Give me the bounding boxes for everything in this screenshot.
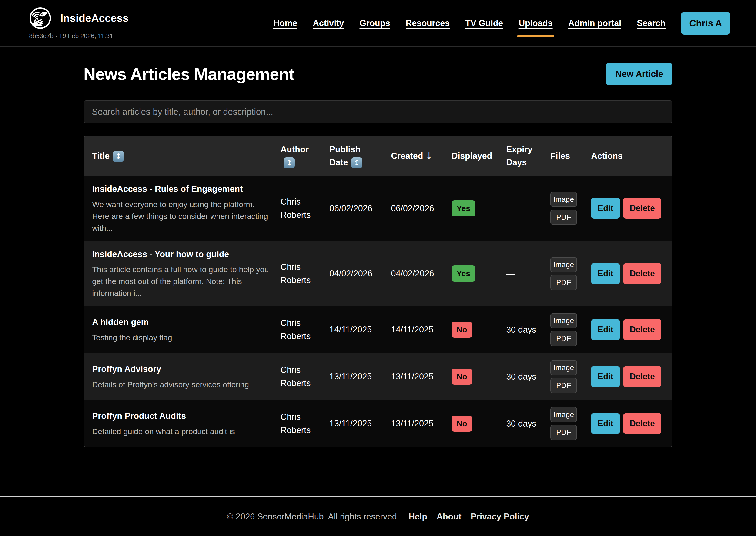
edit-button[interactable]: Edit xyxy=(591,319,620,340)
article-row: A hidden gem Testing the display flag Ch… xyxy=(84,306,672,353)
nav-item-search[interactable]: Search xyxy=(637,18,666,28)
article-created-date: 13/11/2025 xyxy=(391,417,451,430)
header-displayed: Displayed xyxy=(451,150,506,162)
article-created-date: 04/02/2026 xyxy=(391,267,451,280)
user-menu-button[interactable]: Chris A xyxy=(681,12,731,35)
displayed-badge: Yes xyxy=(451,265,476,282)
nav-item-admin-portal[interactable]: Admin portal xyxy=(568,18,621,28)
sort-updown-icon[interactable]: ↕ xyxy=(113,151,124,162)
article-author: Chris Roberts xyxy=(280,316,329,343)
pdf-file-button[interactable]: PDF xyxy=(550,331,577,346)
article-files-cell: Image PDF xyxy=(550,360,591,393)
image-file-button[interactable]: Image xyxy=(550,192,577,207)
image-file-button[interactable]: Image xyxy=(550,257,577,272)
displayed-badge: No xyxy=(451,416,472,432)
article-actions-cell: Edit Delete xyxy=(591,366,664,387)
article-description: Details of Proffyn's advisory services o… xyxy=(92,379,271,390)
article-expiry: — xyxy=(506,267,550,280)
header-title[interactable]: Title↕ xyxy=(92,150,280,162)
pdf-file-button[interactable]: PDF xyxy=(550,378,577,393)
article-displayed-cell: No xyxy=(451,322,506,338)
edit-button[interactable]: Edit xyxy=(591,263,620,284)
article-expiry: 30 days xyxy=(506,323,550,336)
copyright-text: © 2026 SensorMediaHub. All rights reserv… xyxy=(227,512,399,521)
article-description: Detailed guide on what a product audit i… xyxy=(92,425,271,437)
sort-updown-icon[interactable]: ↕ xyxy=(351,157,362,168)
article-files-cell: Image PDF xyxy=(550,407,591,440)
insideaccess-logo-icon xyxy=(29,7,52,29)
edit-button[interactable]: Edit xyxy=(591,198,620,219)
delete-button[interactable]: Delete xyxy=(623,263,661,284)
page-title: News Articles Management xyxy=(84,65,294,84)
pdf-file-button[interactable]: PDF xyxy=(550,210,577,225)
edit-button[interactable]: Edit xyxy=(591,413,620,434)
article-actions-cell: Edit Delete xyxy=(591,198,664,219)
article-expiry: 30 days xyxy=(506,417,550,430)
article-publish-date: 14/11/2025 xyxy=(329,323,391,336)
header-created[interactable]: Created↓ xyxy=(391,150,451,162)
nav-item-tv-guide[interactable]: TV Guide xyxy=(465,18,503,28)
brand-name: InsideAccess xyxy=(60,12,128,24)
displayed-badge: No xyxy=(451,322,472,338)
delete-button[interactable]: Delete xyxy=(623,198,661,219)
edit-button[interactable]: Edit xyxy=(591,366,620,387)
article-author: Chris Roberts xyxy=(280,195,329,222)
image-file-button[interactable]: Image xyxy=(550,407,577,422)
article-expiry: — xyxy=(506,202,550,215)
article-title: Proffyn Product Audits xyxy=(92,410,271,422)
delete-button[interactable]: Delete xyxy=(623,366,661,387)
article-created-date: 06/02/2026 xyxy=(391,202,451,215)
article-author: Chris Roberts xyxy=(280,260,329,287)
image-file-button[interactable]: Image xyxy=(550,313,577,328)
article-row: Proffyn Advisory Details of Proffyn's ad… xyxy=(84,353,672,400)
header-author[interactable]: Author↕ xyxy=(280,143,329,169)
main-content: News Articles Management New Article Tit… xyxy=(0,47,756,496)
article-publish-date: 06/02/2026 xyxy=(329,202,391,215)
article-title-cell: InsideAccess - Your how to guide This ar… xyxy=(92,248,280,299)
table-header-row: Title↕ Author↕ Publish Date↕ Created↓ Di… xyxy=(84,136,672,176)
displayed-badge: No xyxy=(451,369,472,385)
search-input[interactable] xyxy=(84,100,672,123)
nav-item-resources[interactable]: Resources xyxy=(406,18,450,28)
nav-item-groups[interactable]: Groups xyxy=(359,18,390,28)
article-title-cell: Proffyn Product Audits Detailed guide on… xyxy=(92,410,280,437)
article-created-date: 13/11/2025 xyxy=(391,370,451,383)
article-title-cell: InsideAccess - Rules of Engagement We wa… xyxy=(92,183,280,234)
nav-item-home[interactable]: Home xyxy=(273,18,297,28)
header-publish-date[interactable]: Publish Date↕ xyxy=(329,143,391,169)
article-title: Proffyn Advisory xyxy=(92,363,271,375)
footer-link-privacy-policy[interactable]: Privacy Policy xyxy=(471,512,529,521)
footer: © 2026 SensorMediaHub. All rights reserv… xyxy=(0,496,756,536)
article-publish-date: 13/11/2025 xyxy=(329,370,391,383)
article-actions-cell: Edit Delete xyxy=(591,263,664,284)
article-files-cell: Image PDF xyxy=(550,313,591,346)
nav-item-activity[interactable]: Activity xyxy=(313,18,344,28)
article-description: This article contains a full how to guid… xyxy=(92,264,271,299)
primary-nav: Home Activity Groups Resources TV Guide … xyxy=(273,18,666,28)
article-displayed-cell: Yes xyxy=(451,200,506,217)
article-displayed-cell: Yes xyxy=(451,265,506,282)
footer-link-help[interactable]: Help xyxy=(409,512,427,521)
article-row: Proffyn Product Audits Detailed guide on… xyxy=(84,400,672,447)
navbar: InsideAccess 8b53e7b · 19 Feb 2026, 11:3… xyxy=(0,0,756,47)
footer-link-about[interactable]: About xyxy=(437,512,461,521)
delete-button[interactable]: Delete xyxy=(623,413,661,434)
article-row: InsideAccess - Your how to guide This ar… xyxy=(84,241,672,306)
article-publish-date: 04/02/2026 xyxy=(329,267,391,280)
image-file-button[interactable]: Image xyxy=(550,360,577,375)
article-author: Chris Roberts xyxy=(280,410,329,437)
article-title: InsideAccess - Your how to guide xyxy=(92,248,271,260)
nav-item-uploads[interactable]: Uploads xyxy=(519,18,553,28)
article-files-cell: Image PDF xyxy=(550,192,591,225)
article-displayed-cell: No xyxy=(451,416,506,432)
article-title: InsideAccess - Rules of Engagement xyxy=(92,183,271,195)
article-files-cell: Image PDF xyxy=(550,257,591,290)
delete-button[interactable]: Delete xyxy=(623,319,661,340)
pdf-file-button[interactable]: PDF xyxy=(550,425,577,440)
sort-updown-icon[interactable]: ↕ xyxy=(284,157,295,168)
new-article-button[interactable]: New Article xyxy=(606,63,672,85)
article-displayed-cell: No xyxy=(451,369,506,385)
header-actions: Actions xyxy=(591,150,664,162)
brand[interactable]: InsideAccess 8b53e7b · 19 Feb 2026, 11:3… xyxy=(29,7,128,40)
pdf-file-button[interactable]: PDF xyxy=(550,275,577,290)
